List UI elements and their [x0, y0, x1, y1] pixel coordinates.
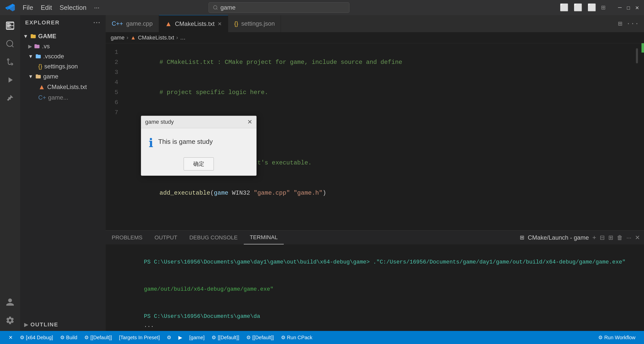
run-workflow-label: Run Workflow [604, 335, 635, 340]
dialog-body: ℹ This is game study [141, 128, 256, 155]
gear-build-icon: ⚙ [60, 334, 65, 340]
activity-explorer-icon[interactable] [4, 19, 17, 32]
tree-item-vscode[interactable]: ▼ .vscode [20, 51, 106, 61]
terminal-trash-button[interactable]: 🗑 [617, 234, 623, 241]
status-x64-debug[interactable]: ⚙ [x64 Debug] [16, 331, 57, 344]
status-run-cpack[interactable]: ⚙ Run CPack [277, 331, 316, 344]
status-game[interactable]: [game] [186, 331, 208, 344]
status-run-workflow[interactable]: ⚙ Run Workflow [595, 334, 639, 340]
tab-game-cpp[interactable]: C++ game.cpp [106, 15, 159, 32]
window-controls: — ☐ ✕ [618, 4, 639, 11]
tree-item-game-root[interactable]: ▼ GAME [20, 31, 106, 41]
close-status-icon: ✕ [9, 334, 13, 340]
dialog-ok-button[interactable]: 确定 [184, 157, 214, 170]
activity-bar-bottom [4, 296, 17, 327]
cmake-icon: ▲ [38, 83, 45, 91]
menu-edit[interactable]: Edit [41, 4, 52, 12]
code-line-7 [123, 208, 635, 218]
status-play[interactable]: ▶ [175, 331, 186, 344]
play-icon: ▶ [178, 334, 182, 340]
menu-more[interactable]: ··· [94, 4, 100, 12]
scrollbar[interactable] [635, 43, 639, 230]
menu-file[interactable]: File [23, 4, 33, 12]
run-cpack-label: Run CPack [287, 335, 312, 340]
settings-json-label: settings.json [44, 63, 78, 70]
split-editor-button[interactable]: ⊞ [618, 19, 622, 28]
more-actions-button[interactable]: ··· [626, 20, 639, 28]
activity-source-control-icon[interactable] [4, 55, 17, 68]
sidebar-more-button[interactable]: ··· [93, 19, 101, 27]
tab-cmakelists[interactable]: ▲ CMakeLists.txt ✕ [159, 15, 228, 32]
status-gear-empty[interactable]: ⚙ [163, 331, 175, 344]
build-label: Build [66, 335, 77, 340]
breadcrumb-cmakelists[interactable]: CMakeLists.txt [138, 34, 174, 41]
chevron-down-icon: ▼ [23, 33, 28, 39]
layout-secondary-icon[interactable]: ⬜ [587, 3, 596, 12]
minimize-button[interactable]: — [618, 4, 622, 11]
search-bar[interactable] [209, 2, 349, 13]
close-button[interactable]: ✕ [635, 4, 639, 11]
layout-sidebar-icon[interactable]: ⬜ [560, 3, 569, 12]
maximize-button[interactable]: ☐ [627, 4, 630, 11]
tree-item-cmakelists[interactable]: ▲ CMakeLists.txt [20, 81, 106, 93]
tree-item-settings-json[interactable]: {} settings.json [20, 61, 106, 71]
terminal-tab-problems[interactable]: PROBLEMS [106, 231, 148, 244]
dialog-close-button[interactable]: ✕ [247, 118, 252, 125]
status-targets-preset[interactable]: [Targets In Preset] [115, 331, 163, 344]
terminal-more-button[interactable]: ··· [626, 234, 631, 241]
terminal-line-1b: game/out/build/x64-debug/game/game.exe" [111, 276, 639, 303]
activity-search-icon[interactable] [4, 37, 17, 50]
menu-selection[interactable]: Selection [60, 4, 87, 12]
layout-panel-icon[interactable]: ⬜ [574, 3, 582, 12]
terminal-close-button[interactable]: ✕ [635, 234, 640, 241]
activity-account-icon[interactable] [4, 296, 17, 309]
activity-run-debug-icon[interactable] [4, 73, 17, 87]
breadcrumb-ellipsis[interactable]: … [180, 34, 186, 41]
svg-line-1 [216, 9, 217, 10]
search-input[interactable] [220, 4, 345, 11]
tab-close-cmakelists[interactable]: ✕ [218, 21, 222, 27]
breadcrumb-game[interactable]: game [111, 34, 125, 41]
dialog-box[interactable]: game study ✕ ℹ This is game study 确定 [141, 116, 257, 176]
game-label: [game] [189, 335, 205, 340]
terminal-layout-button[interactable]: ⊞ [608, 234, 613, 241]
tree-item-game-folder[interactable]: ▼ game [20, 71, 106, 81]
status-default-1[interactable]: ⚙ [[Default]] [81, 331, 115, 344]
terminal-label: TERMINAL [250, 234, 278, 241]
dialog-info-icon: ℹ [149, 136, 153, 150]
status-build[interactable]: ⚙ Build [57, 331, 81, 344]
add-terminal-button[interactable]: + [592, 234, 596, 241]
problems-label: PROBLEMS [112, 234, 142, 241]
tab-settings-json[interactable]: {} settings.json [228, 15, 281, 32]
status-default-3[interactable]: ⚙ [[Default]] [243, 331, 277, 344]
gear-cpack-icon: ⚙ [281, 334, 286, 340]
folder-vscode-icon [35, 53, 41, 59]
dialog-title: game study [145, 119, 174, 125]
outline-header[interactable]: ▶ OUTLINE [20, 318, 106, 331]
tab-cmakelists-label: CMakeLists.txt [175, 20, 215, 27]
gear-default1-icon: ⚙ [84, 334, 89, 340]
terminal-tab-debug-console[interactable]: DEBUG CONSOLE [183, 231, 244, 244]
activity-settings-icon[interactable] [4, 314, 17, 327]
terminal-line-1: PS C:\Users\16956\Documents\game\day1\ga… [111, 249, 639, 276]
activity-extensions-icon[interactable] [4, 92, 17, 105]
debug-console-label: DEBUG CONSOLE [189, 234, 238, 241]
terminal-tab-output[interactable]: OUTPUT [148, 231, 183, 244]
folder-icon [30, 33, 36, 39]
terminal-panel: PROBLEMS OUTPUT DEBUG CONSOLE TERMINAL ⊞… [106, 230, 644, 331]
terminal-split-button[interactable]: ⊟ [600, 234, 605, 241]
vscode-logo-icon [5, 3, 15, 13]
tree-item-game-cpp[interactable]: C+ game... [20, 93, 106, 103]
x64-debug-label: [x64 Debug] [26, 335, 53, 340]
default3-label: [[Default]] [252, 335, 274, 340]
gear-workflow-icon: ⚙ [598, 334, 603, 340]
terminal-tab-terminal[interactable]: TERMINAL [244, 231, 284, 244]
explorer-label: EXPLORER [25, 19, 60, 26]
title-bar-right: ⬜ ⬜ ⬜ ⊞ [560, 3, 606, 12]
tree-item-vs[interactable]: ▶ .vs [20, 41, 106, 51]
status-close-item[interactable]: ✕ [5, 331, 16, 344]
status-default-2[interactable]: ⚙ [[Default]] [208, 331, 243, 344]
gear-empty-icon: ⚙ [167, 334, 171, 340]
layout-customize-icon[interactable]: ⊞ [601, 3, 606, 12]
dialog-footer: 确定 [141, 155, 256, 176]
